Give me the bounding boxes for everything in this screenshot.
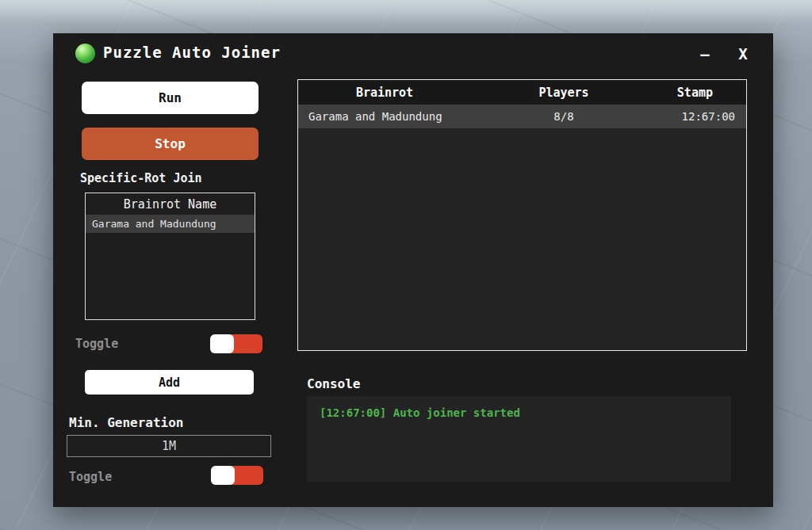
min-generation-toggle[interactable]	[211, 466, 263, 485]
console-label: Console	[307, 376, 360, 391]
toggle2-label: Toggle	[69, 470, 112, 484]
table-header-row: Brainrot Players Stamp	[298, 80, 746, 105]
min-generation-input[interactable]	[67, 435, 271, 457]
cell-players: 8/8	[471, 110, 657, 123]
toggle-knob	[211, 466, 235, 485]
console-line: [12:67:00] Auto joiner started	[320, 406, 718, 419]
specific-join-toggle[interactable]	[210, 334, 262, 353]
title-bar[interactable]: Puzzle Auto Joiner — X	[53, 33, 773, 73]
min-generation-label: Min. Generation	[69, 415, 184, 430]
brainrot-name-list: Brainrot Name Garama and Madundung	[85, 193, 255, 320]
server-table: Brainrot Players Stamp Garama and Madund…	[297, 79, 747, 351]
specific-rot-join-label: Specific-Rot Join	[80, 171, 202, 185]
cell-stamp: 12:67:00	[657, 110, 746, 123]
run-button[interactable]: Run	[82, 82, 259, 114]
cell-brainrot: Garama and Madundung	[298, 110, 471, 123]
app-window: Puzzle Auto Joiner — X Run Stop Specific…	[53, 33, 773, 507]
minimize-button[interactable]: —	[691, 41, 718, 67]
table-row[interactable]: Garama and Madundung 8/8 12:67:00	[298, 105, 746, 128]
stop-button[interactable]: Stop	[82, 128, 259, 160]
window-title: Puzzle Auto Joiner	[103, 44, 281, 61]
add-button[interactable]: Add	[85, 370, 254, 395]
toggle1-label: Toggle	[75, 337, 118, 351]
brainrot-list-header: Brainrot Name	[86, 193, 255, 215]
column-header-brainrot: Brainrot	[298, 86, 471, 100]
list-item[interactable]: Garama and Madundung	[86, 215, 255, 233]
app-logo-icon	[75, 44, 95, 63]
column-header-players: Players	[471, 86, 657, 100]
column-header-stamp: Stamp	[657, 86, 746, 100]
close-button[interactable]: X	[730, 41, 756, 67]
toggle-knob	[210, 334, 234, 353]
console-output: [12:67:00] Auto joiner started	[307, 396, 731, 482]
